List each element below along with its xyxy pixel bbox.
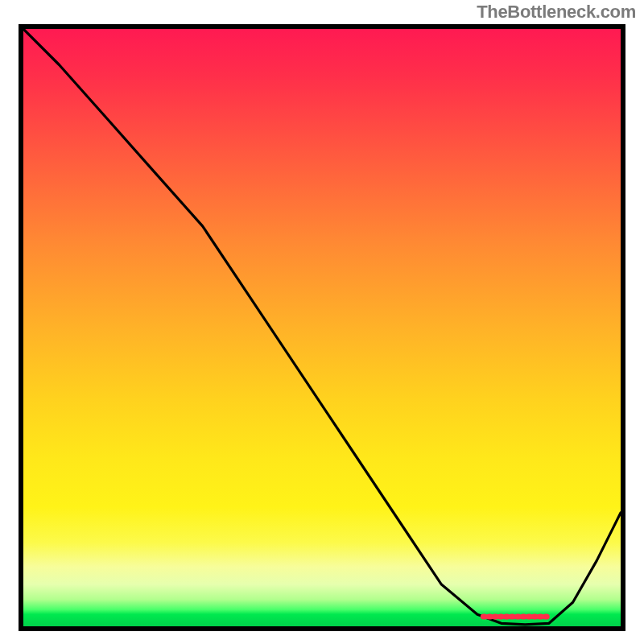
attribution-text: TheBottleneck.com (477, 2, 636, 23)
chart-svg (23, 29, 621, 626)
chart-wrapper: TheBottleneck.com (0, 0, 644, 644)
line-series-curve (23, 29, 621, 625)
plot-area (19, 24, 625, 631)
